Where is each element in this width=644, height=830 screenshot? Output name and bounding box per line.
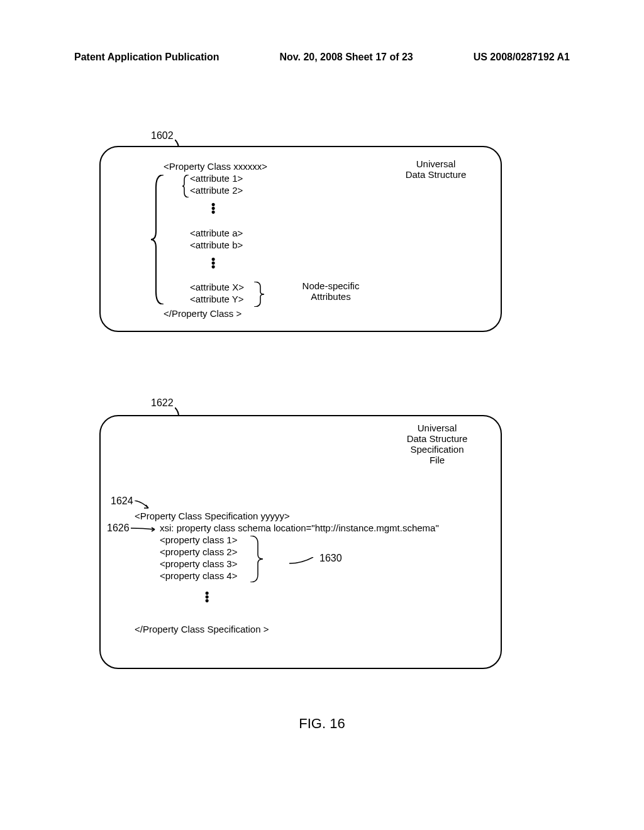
box2-close-tag: </Property Class Specification >: [135, 624, 269, 634]
ref-1622: 1622: [151, 397, 174, 409]
box2-open-tag: <Property Class Specification yyyyy>: [135, 511, 290, 521]
box1-attr2: <attribute 2>: [190, 185, 243, 196]
node-specific-label: Node-specific Attributes: [293, 280, 369, 302]
box2-pc1: <property class 1>: [160, 534, 237, 545]
box2-pc2: <property class 2>: [160, 546, 237, 557]
box2-vdots: •••: [205, 591, 209, 602]
ref-1630: 1630: [319, 553, 342, 564]
leader-1630: [289, 557, 316, 566]
leader-1626: [131, 527, 157, 532]
brace-1606: [151, 175, 165, 304]
box1-vdots-1: •••: [211, 202, 215, 214]
box2-pc3: <property class 3>: [160, 558, 237, 569]
header-left: Patent Application Publication: [74, 52, 219, 63]
brace-xy: [254, 282, 286, 307]
box2-pc4: <property class 4>: [160, 570, 237, 581]
page-header: Patent Application Publication Nov. 20, …: [0, 52, 644, 63]
brace-upper-small: [182, 175, 190, 197]
box2-schema: xsi: property class schema location="htt…: [160, 523, 439, 533]
box1-attr1: <attribute 1>: [190, 173, 243, 184]
box1-title: Universal Data Structure: [389, 158, 483, 180]
brace-1630: [250, 536, 265, 582]
box1-attr-a: <attribute a>: [190, 228, 243, 238]
box1-vdots-2: •••: [211, 257, 215, 268]
box1-attr-x: <attribute X>: [190, 282, 244, 292]
ref-1602: 1602: [151, 130, 174, 141]
box2-title: Universal Data Structure Specification F…: [384, 423, 491, 465]
box1-open-tag: <Property Class xxxxxx>: [164, 161, 267, 172]
box1-close-tag: </Property Class >: [164, 308, 242, 319]
box1-attr-b: <attribute b>: [190, 240, 243, 250]
figure-label: FIG. 16: [0, 716, 644, 732]
box1-attr-y: <attribute Y>: [190, 294, 244, 304]
ref-1624: 1624: [111, 495, 133, 507]
header-right: US 2008/0287192 A1: [474, 52, 570, 63]
header-center: Nov. 20, 2008 Sheet 17 of 23: [279, 52, 413, 63]
ref-1626: 1626: [107, 523, 130, 534]
leader-1624: [135, 501, 152, 509]
